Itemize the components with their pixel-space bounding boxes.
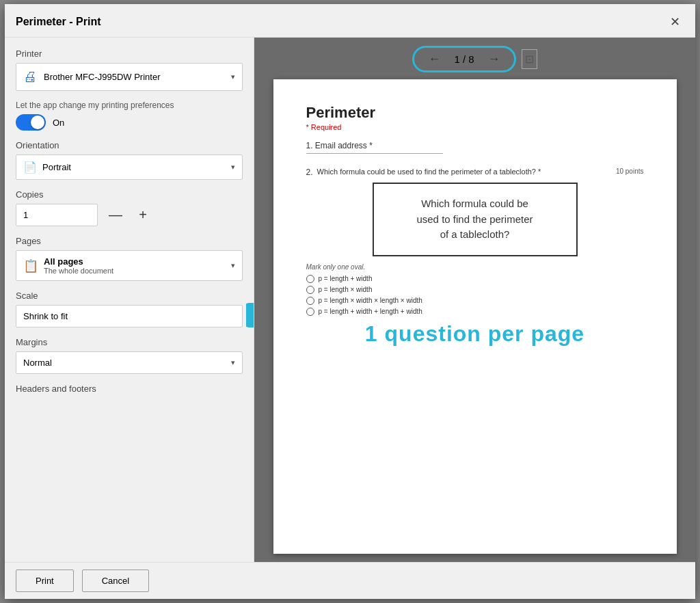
copies-plus-button[interactable]: + bbox=[133, 206, 152, 225]
orientation-label: Orientation bbox=[16, 140, 243, 150]
dialog-titlebar: Perimeter - Print ✕ bbox=[5, 4, 695, 38]
printing-prefs-section: Let the app change my printing preferenc… bbox=[16, 100, 243, 131]
option-2-oval bbox=[306, 286, 314, 294]
dialog-body: Printer 🖨 Brother MFC-J995DW Printer ▾ L… bbox=[5, 38, 695, 562]
q1-label: 1. Email address * bbox=[306, 141, 644, 150]
option-2-row: p = length × width bbox=[306, 286, 644, 294]
scale-section: Scale Shrink to fit bbox=[16, 291, 243, 327]
right-panel: ← 1 / 8 → ⊡ Perimeter * Required 1. Emai… bbox=[254, 38, 695, 562]
option-1-text: p = length + width bbox=[319, 275, 373, 282]
scale-arrow-annotation bbox=[246, 303, 254, 330]
orientation-dropdown[interactable]: 📄 Portrait ▾ bbox=[16, 155, 243, 180]
toggle-row: On bbox=[16, 114, 243, 131]
copies-minus-button[interactable]: — bbox=[106, 206, 125, 225]
toggle-thumb bbox=[31, 116, 44, 129]
margins-section: Margins Normal ▾ bbox=[16, 337, 243, 374]
pages-icon: 📋 bbox=[23, 258, 38, 273]
pages-section: Pages 📋 All pages The whole document ▾ bbox=[16, 236, 243, 281]
printer-chevron-icon: ▾ bbox=[231, 72, 235, 81]
bottom-annotation: 1 question per page bbox=[306, 321, 644, 347]
copies-row: — + bbox=[16, 204, 243, 226]
printer-label: Printer bbox=[16, 49, 243, 59]
option-4-oval bbox=[306, 308, 314, 316]
q2-points: 10 points bbox=[616, 168, 644, 175]
toggle-on-label: On bbox=[53, 118, 64, 128]
pages-chevron-icon: ▾ bbox=[231, 261, 235, 270]
prev-page-button[interactable]: ← bbox=[425, 51, 443, 68]
printer-name: Brother MFC-J995DW Printer bbox=[44, 72, 160, 82]
headers-footers-section: Headers and footers bbox=[16, 384, 243, 398]
printing-prefs-label: Let the app change my printing preferenc… bbox=[16, 100, 243, 110]
fullscreen-button[interactable]: ⊡ bbox=[522, 49, 537, 69]
print-button[interactable]: Print bbox=[16, 570, 74, 592]
next-page-button[interactable]: → bbox=[485, 51, 503, 68]
doc-title: Perimeter bbox=[306, 104, 644, 122]
headers-footers-label: Headers and footers bbox=[16, 384, 243, 394]
left-panel: Printer 🖨 Brother MFC-J995DW Printer ▾ L… bbox=[5, 38, 254, 562]
preview-page: Perimeter * Required 1. Email address * … bbox=[273, 79, 677, 554]
close-button[interactable]: ✕ bbox=[665, 12, 684, 31]
option-3-row: p = length × width × length × width bbox=[306, 297, 644, 305]
pages-main-text: All pages bbox=[44, 256, 113, 267]
q2-text: Which formula could be used to find the … bbox=[317, 168, 541, 176]
copies-section: Copies — + bbox=[16, 189, 243, 226]
printer-icon: 🖨 bbox=[23, 69, 37, 85]
scale-value: Shrink to fit bbox=[23, 311, 235, 321]
pages-sub-text: The whole document bbox=[44, 267, 113, 275]
margins-dropdown[interactable]: Normal ▾ bbox=[16, 351, 243, 374]
print-dialog: Perimeter - Print ✕ Printer 🖨 Brother MF… bbox=[5, 4, 695, 599]
option-3-oval bbox=[306, 297, 314, 305]
option-4-text: p = length + width + length + width bbox=[319, 308, 422, 315]
pages-dropdown[interactable]: 📋 All pages The whole document ▾ bbox=[16, 250, 243, 281]
scale-row-wrapper: Shrink to fit bbox=[16, 305, 243, 327]
cancel-button[interactable]: Cancel bbox=[82, 570, 149, 592]
printer-section: Printer 🖨 Brother MFC-J995DW Printer ▾ bbox=[16, 49, 243, 91]
printer-dropdown[interactable]: 🖨 Brother MFC-J995DW Printer ▾ bbox=[16, 63, 243, 91]
option-1-row: p = length + width bbox=[306, 275, 644, 283]
q2-row: 2. Which formula could be used to find t… bbox=[306, 168, 644, 177]
copies-input[interactable] bbox=[16, 204, 98, 226]
option-2-text: p = length × width bbox=[319, 286, 373, 293]
orientation-section: Orientation 📄 Portrait ▾ bbox=[16, 140, 243, 180]
option-1-oval bbox=[306, 275, 314, 283]
q1-answer-line bbox=[306, 153, 443, 154]
orientation-value: Portrait bbox=[42, 162, 71, 172]
question-box-text: Which formula could beused to find the p… bbox=[388, 196, 563, 243]
margins-label: Margins bbox=[16, 337, 243, 347]
pages-label: Pages bbox=[16, 236, 243, 246]
orientation-chevron-icon: ▾ bbox=[231, 163, 235, 172]
copies-label: Copies bbox=[16, 189, 243, 200]
doc-required: * Required bbox=[306, 123, 644, 131]
option-4-row: p = length + width + length + width bbox=[306, 308, 644, 316]
scale-label: Scale bbox=[16, 291, 243, 301]
q2-number: 2. bbox=[306, 168, 313, 177]
dialog-footer: Print Cancel bbox=[5, 562, 695, 599]
question-box: Which formula could beused to find the p… bbox=[373, 183, 578, 256]
mark-one-label: Mark only one oval. bbox=[306, 263, 644, 271]
preview-nav: ← 1 / 8 → ⊡ bbox=[412, 46, 537, 72]
margins-chevron-icon: ▾ bbox=[231, 358, 235, 367]
printing-prefs-toggle[interactable] bbox=[16, 114, 46, 131]
margins-value: Normal bbox=[23, 358, 52, 368]
option-3-text: p = length × width × length × width bbox=[319, 297, 422, 304]
page-nav-oval: ← 1 / 8 → bbox=[412, 46, 515, 72]
page-indicator: 1 / 8 bbox=[448, 53, 479, 65]
scale-dropdown[interactable]: Shrink to fit bbox=[16, 305, 243, 327]
orientation-icon: 📄 bbox=[23, 161, 37, 174]
dialog-title: Perimeter - Print bbox=[16, 16, 100, 28]
